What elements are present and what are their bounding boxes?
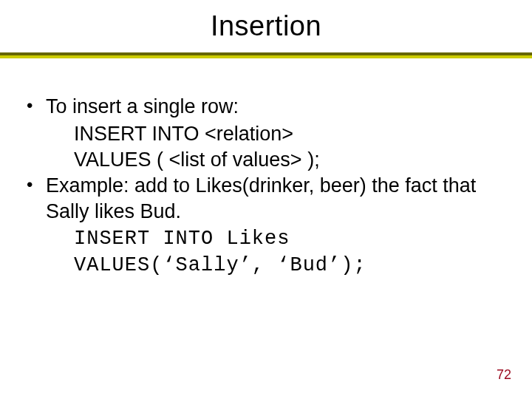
slide-title: Insertion <box>0 0 532 42</box>
page-number: 72 <box>497 367 511 383</box>
code-line: INSERT INTO <relation> <box>27 121 505 147</box>
code-line: VALUES(‘Sally’, ‘Bud’); <box>27 253 505 279</box>
code-line: VALUES ( <list of values> ); <box>27 147 505 173</box>
divider <box>0 52 532 58</box>
bullet-dot-icon: • <box>27 94 46 117</box>
code-line: INSERT INTO Likes <box>27 226 505 252</box>
slide: Insertion • To insert a single row: INSE… <box>0 0 532 399</box>
content-area: • To insert a single row: INSERT INTO <r… <box>0 58 532 279</box>
bullet-dot-icon: • <box>27 173 46 197</box>
bullet-text: To insert a single row: <box>46 94 505 120</box>
bullet-text: Example: add to Likes(drinker, beer) the… <box>46 173 505 225</box>
bullet-item: • Example: add to Likes(drinker, beer) t… <box>27 173 505 225</box>
bullet-item: • To insert a single row: <box>27 94 505 120</box>
